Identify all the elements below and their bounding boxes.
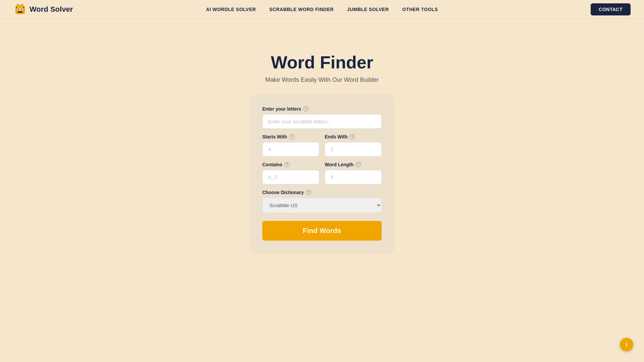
ends-with-label: Ends With ? [325, 134, 382, 139]
header: Word Solver AI WORDLE SOLVER SCRABBLE WO… [0, 0, 644, 19]
dictionary-field-group: Choose Dictionary ? Scrabble US Scrabble… [262, 190, 382, 213]
svg-rect-0 [15, 5, 25, 14]
nav-other-tools[interactable]: OTHER TOOLS [402, 7, 438, 12]
svg-rect-9 [23, 7, 24, 8]
ends-with-help-icon[interactable]: ? [350, 134, 355, 139]
svg-rect-2 [21, 4, 23, 7]
word-finder-form: Enter your letters ? Starts With ? Ends … [252, 96, 392, 251]
letters-input[interactable] [262, 114, 382, 129]
letters-field-group: Enter your letters ? [262, 106, 382, 129]
svg-rect-7 [18, 11, 22, 13]
starts-with-input[interactable] [262, 142, 319, 157]
logo[interactable]: Word Solver [13, 3, 73, 16]
svg-rect-1 [17, 4, 19, 7]
word-length-label: Word Length ? [325, 162, 382, 167]
contains-field-group: Contains ? [262, 162, 319, 184]
letters-label: Enter your letters ? [262, 106, 382, 112]
ends-with-field-group: Ends With ? [325, 134, 382, 157]
nav-jumble[interactable]: JUMBLE SOLVER [347, 7, 389, 12]
starts-with-field-group: Starts With ? [262, 134, 319, 157]
svg-point-6 [21, 8, 22, 10]
dictionary-select[interactable]: Scrabble US Scrabble UK Words With Frien… [262, 198, 382, 213]
ends-with-input[interactable] [325, 142, 382, 157]
page-subtitle: Make Words Easily With Our Word Builder [265, 76, 379, 83]
nav-ai-wordle[interactable]: AI WORDLE SOLVER [206, 7, 256, 12]
svg-rect-8 [16, 7, 17, 8]
page-title: Word Finder [271, 52, 373, 72]
find-words-button[interactable]: Find Words [262, 221, 382, 241]
main-nav: AI WORDLE SOLVER SCRABBLE WORD FINDER JU… [206, 7, 438, 12]
starts-with-label: Starts With ? [262, 134, 319, 139]
main-content: Word Finder Make Words Easily With Our W… [0, 19, 644, 251]
dictionary-help-icon[interactable]: ? [306, 190, 311, 195]
contains-help-icon[interactable]: ? [284, 162, 290, 167]
word-length-help-icon[interactable]: ? [356, 162, 361, 167]
contact-button[interactable]: CONTACT [591, 3, 631, 15]
logo-icon [13, 3, 27, 16]
starts-ends-row: Starts With ? Ends With ? [262, 134, 382, 157]
logo-text: Word Solver [30, 5, 73, 14]
nav-scrabble[interactable]: SCRABBLE WORD FINDER [269, 7, 334, 12]
svg-point-5 [18, 8, 19, 10]
info-bubble[interactable]: i [620, 338, 633, 351]
contains-input[interactable] [262, 170, 319, 184]
dictionary-label: Choose Dictionary ? [262, 190, 382, 195]
contains-length-row: Contains ? Word Length ? [262, 162, 382, 184]
word-length-field-group: Word Length ? [325, 162, 382, 184]
letters-help-icon[interactable]: ? [303, 106, 309, 112]
starts-with-help-icon[interactable]: ? [289, 134, 294, 139]
word-length-input[interactable] [325, 170, 382, 184]
contains-label: Contains ? [262, 162, 319, 167]
